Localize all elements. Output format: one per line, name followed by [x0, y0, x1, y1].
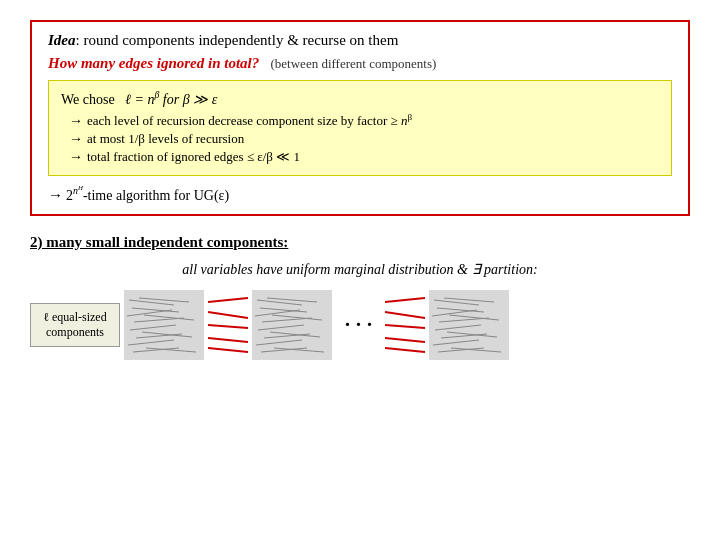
- svg-line-14: [208, 325, 248, 328]
- comp-lines-1: [124, 290, 204, 360]
- slide-container: Idea: round components independently & r…: [0, 0, 720, 540]
- arrow-sym-2: →: [69, 131, 83, 147]
- diagram-area: ℓ equal-sized components: [30, 290, 690, 360]
- arrow-text-1: each level of recursion decrease compone…: [87, 112, 412, 129]
- comp-block-3: [429, 290, 509, 360]
- svg-line-4: [130, 325, 176, 330]
- yellow-box: We chose ℓ = nβ for β ≫ ε → each level o…: [48, 80, 672, 176]
- arrow-text-2: at most 1/β levels of recursion: [87, 131, 244, 147]
- svg-line-22: [264, 334, 310, 338]
- ell-box: ℓ equal-sized components: [30, 303, 120, 347]
- svg-line-31: [385, 325, 425, 328]
- svg-line-33: [385, 348, 425, 352]
- red-lines-2: [385, 290, 425, 360]
- svg-line-12: [208, 298, 248, 302]
- arrow-sym-3: →: [69, 149, 83, 165]
- arrow-item-1: → each level of recursion decrease compo…: [69, 112, 659, 129]
- idea-label: Idea: [48, 32, 76, 48]
- svg-line-15: [208, 338, 248, 342]
- we-chose-text: We chose: [61, 92, 115, 107]
- outer-arrow: →: [48, 187, 63, 204]
- we-chose-line: We chose ℓ = nβ for β ≫ ε: [61, 89, 659, 108]
- comp-lines-3: [429, 290, 509, 360]
- algo-line: → 2nH-time algorithm for UG(ε): [48, 184, 672, 204]
- idea-text: : round components independently & recur…: [76, 32, 399, 48]
- svg-line-32: [385, 338, 425, 342]
- svg-line-13: [208, 312, 248, 318]
- how-many-line: How many edges ignored in total? (betwee…: [48, 55, 672, 72]
- svg-line-40: [433, 340, 479, 345]
- svg-line-16: [208, 348, 248, 352]
- dots-ellipsis: ···: [336, 309, 385, 341]
- ell-line1: ℓ equal-sized: [39, 310, 111, 325]
- section2-label: 2) many small independent components:: [30, 234, 690, 251]
- idea-line: Idea: round components independently & r…: [48, 32, 672, 49]
- comp-lines-2: [252, 290, 332, 360]
- comp-block-2: [252, 290, 332, 360]
- how-many-bold: How many edges ignored in total?: [48, 55, 259, 71]
- arrow-items: → each level of recursion decrease compo…: [69, 112, 659, 165]
- top-box: Idea: round components independently & r…: [30, 20, 690, 216]
- algo-text: 2nH-time algorithm for UG(ε): [66, 184, 229, 204]
- between-text: (between different components): [271, 56, 437, 71]
- svg-line-29: [385, 298, 425, 302]
- arrow-item-3: → total fraction of ignored edges ≤ ε/β …: [69, 149, 659, 165]
- svg-line-5: [136, 334, 182, 338]
- svg-line-23: [256, 340, 302, 345]
- arrow-item-2: → at most 1/β levels of recursion: [69, 131, 659, 147]
- svg-line-39: [441, 334, 487, 338]
- svg-line-38: [435, 325, 481, 330]
- svg-line-30: [385, 312, 425, 318]
- svg-line-21: [258, 325, 304, 330]
- we-chose-formula: ℓ = nβ for β ≫ ε: [125, 92, 217, 107]
- comp-block-1: [124, 290, 204, 360]
- svg-line-6: [128, 340, 174, 345]
- red-lines-1: [208, 290, 248, 360]
- arrow-text-3: total fraction of ignored edges ≤ ε/β ≪ …: [87, 149, 300, 165]
- uniform-marginal-line: all variables have uniform marginal dist…: [30, 261, 690, 278]
- arrow-sym-1: →: [69, 113, 83, 129]
- ell-line2: components: [39, 325, 111, 340]
